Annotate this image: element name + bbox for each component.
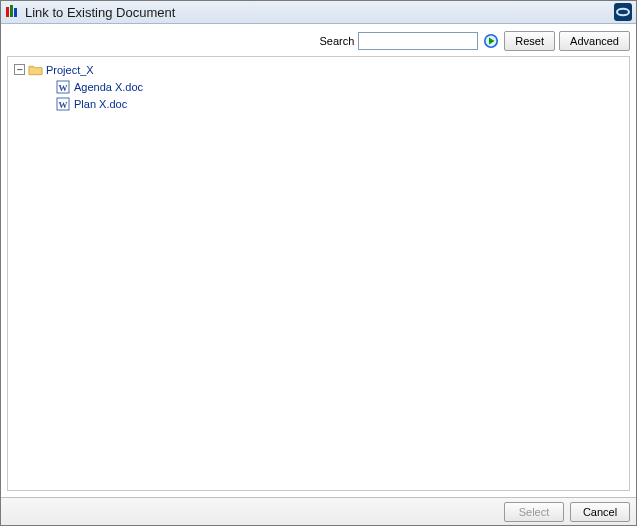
select-button[interactable]: Select (504, 502, 564, 522)
brand-icon (614, 3, 632, 21)
svg-rect-1 (10, 5, 13, 17)
document-tree: − Project_X W Agenda X.doc (7, 56, 630, 491)
tree-file-label[interactable]: Plan X.doc (74, 98, 127, 110)
search-bar: Search Reset Advanced (7, 30, 630, 52)
dialog-content: Search Reset Advanced − (1, 24, 636, 497)
title-bar: Link to Existing Document (1, 1, 636, 24)
advanced-button[interactable]: Advanced (559, 31, 630, 51)
svg-rect-2 (14, 8, 17, 17)
reset-button[interactable]: Reset (504, 31, 555, 51)
folder-icon (28, 63, 43, 77)
word-doc-icon: W (56, 97, 71, 111)
dialog-footer: Select Cancel (1, 497, 636, 525)
svg-rect-0 (6, 7, 9, 17)
svg-text:W: W (59, 82, 68, 92)
search-go-button[interactable] (482, 32, 500, 50)
word-doc-icon: W (56, 80, 71, 94)
app-icon (5, 4, 21, 20)
go-icon (483, 33, 499, 49)
search-label: Search (319, 35, 354, 47)
tree-folder-row: − Project_X (10, 61, 627, 78)
dialog-title: Link to Existing Document (25, 5, 175, 20)
cancel-button[interactable]: Cancel (570, 502, 630, 522)
dialog-window: Link to Existing Document Search Reset A… (0, 0, 637, 526)
svg-text:W: W (59, 99, 68, 109)
search-input[interactable] (358, 32, 478, 50)
tree-file-row: W Agenda X.doc (10, 78, 627, 95)
tree-file-label[interactable]: Agenda X.doc (74, 81, 143, 93)
tree-folder-label[interactable]: Project_X (46, 64, 94, 76)
tree-file-row: W Plan X.doc (10, 95, 627, 112)
tree-collapse-toggle[interactable]: − (14, 64, 25, 75)
